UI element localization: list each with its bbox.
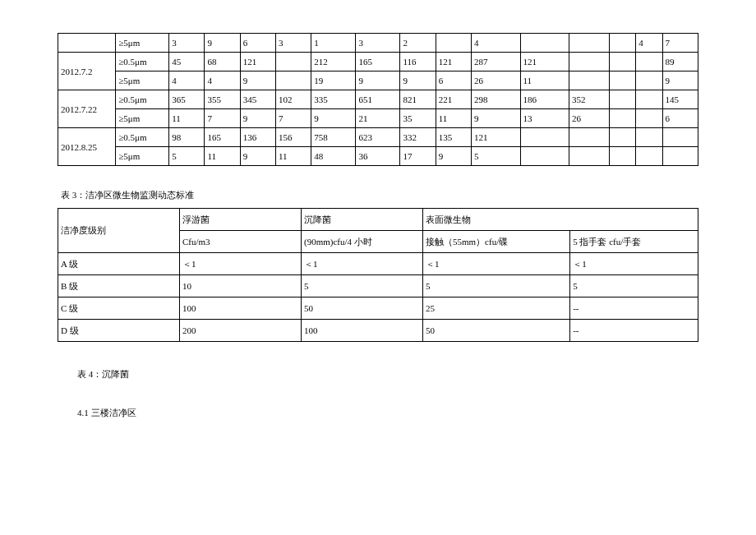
cell: 121 bbox=[436, 53, 471, 71]
cell: 21 bbox=[356, 109, 400, 128]
cell bbox=[636, 147, 662, 166]
cell: 335 bbox=[311, 90, 356, 109]
table-row: ≥5μm 11 7 9 7 9 21 35 11 9 13 26 6 bbox=[58, 109, 698, 128]
cell bbox=[609, 53, 635, 71]
cell: 121 bbox=[520, 53, 569, 71]
cell: 9 bbox=[400, 71, 436, 90]
cell: -- bbox=[570, 320, 698, 342]
cell: 9 bbox=[240, 109, 275, 128]
cell: ＜1 bbox=[302, 253, 423, 275]
table-row: B 级 10 5 5 5 bbox=[58, 275, 698, 297]
cell: 10 bbox=[180, 275, 302, 297]
cell: 4 bbox=[472, 34, 521, 53]
cell: 365 bbox=[169, 90, 205, 109]
cell: 116 bbox=[400, 53, 436, 71]
cell bbox=[636, 53, 662, 71]
cell: 7 bbox=[276, 109, 311, 128]
caption-section41: 4.1 三楼洁净区 bbox=[77, 407, 698, 419]
cell-size: ≥0.5μm bbox=[116, 128, 169, 147]
cell: 355 bbox=[205, 90, 240, 109]
cell bbox=[569, 71, 610, 90]
cell: 2 bbox=[400, 34, 436, 53]
cell: 11 bbox=[276, 147, 311, 166]
cell: 102 bbox=[276, 90, 311, 109]
cell: 287 bbox=[472, 53, 521, 71]
cell: A 级 bbox=[58, 253, 180, 275]
table-row: ≥5μm 3 9 6 3 1 3 2 4 4 7 bbox=[58, 34, 698, 53]
cell-date: 2012.7.2 bbox=[58, 53, 116, 90]
cell: 4 bbox=[169, 71, 205, 90]
cell: 48 bbox=[311, 147, 356, 166]
cell: 68 bbox=[205, 53, 240, 71]
cell: 4 bbox=[205, 71, 240, 90]
cell-size: ≥0.5μm bbox=[116, 53, 169, 71]
cell: 352 bbox=[569, 90, 610, 109]
cell: 98 bbox=[169, 128, 205, 147]
header-cell: 接触（55mm）cfu/碟 bbox=[423, 231, 570, 253]
cell bbox=[609, 34, 635, 53]
cell: 9 bbox=[240, 71, 275, 90]
cell-size: ≥5μm bbox=[116, 71, 169, 90]
cell-date bbox=[58, 34, 116, 53]
cell: 35 bbox=[400, 109, 436, 128]
cell bbox=[569, 128, 610, 147]
cell: 7 bbox=[662, 34, 698, 53]
table-row: 2012.7.22 ≥0.5μm 365 355 345 102 335 651… bbox=[58, 90, 698, 109]
cell: 7 bbox=[205, 109, 240, 128]
cell bbox=[609, 147, 635, 166]
cell bbox=[609, 90, 635, 109]
cell: ＜1 bbox=[570, 253, 698, 275]
cell: 5 bbox=[169, 147, 205, 166]
header-cell: 沉降菌 bbox=[302, 209, 423, 231]
cell: 1 bbox=[311, 34, 356, 53]
table-row: 2012.7.2 ≥0.5μm 45 68 121 212 165 116 12… bbox=[58, 53, 698, 71]
cell: 50 bbox=[302, 297, 423, 320]
cell bbox=[609, 71, 635, 90]
cell: 19 bbox=[311, 71, 356, 90]
cell-size: ≥5μm bbox=[116, 34, 169, 53]
table2-caption: 表 3：洁净区微生物监测动态标准 bbox=[61, 189, 698, 201]
table-row: D 级 200 100 50 -- bbox=[58, 320, 698, 342]
cell: 11 bbox=[436, 109, 471, 128]
cell bbox=[276, 71, 311, 90]
cell: 26 bbox=[569, 109, 610, 128]
header-cell: Cfu/m3 bbox=[180, 231, 302, 253]
cell bbox=[569, 53, 610, 71]
cell bbox=[609, 109, 635, 128]
cell: 156 bbox=[276, 128, 311, 147]
table-particle-data: ≥5μm 3 9 6 3 1 3 2 4 4 7 2012.7.2 ≥0.5μm… bbox=[58, 33, 698, 166]
cell bbox=[520, 128, 569, 147]
cell: 9 bbox=[472, 109, 521, 128]
cell: 100 bbox=[302, 320, 423, 342]
header-cell: 浮游菌 bbox=[180, 209, 302, 231]
cell: 50 bbox=[423, 320, 570, 342]
cell: 345 bbox=[240, 90, 275, 109]
cell bbox=[520, 34, 569, 53]
cell bbox=[662, 147, 698, 166]
cell: 623 bbox=[356, 128, 400, 147]
cell: 3 bbox=[169, 34, 205, 53]
cell: 821 bbox=[400, 90, 436, 109]
cell: 121 bbox=[240, 53, 275, 71]
cell: 4 bbox=[636, 34, 662, 53]
cell bbox=[569, 34, 610, 53]
cell bbox=[636, 128, 662, 147]
cell: 11 bbox=[520, 71, 569, 90]
cell: 17 bbox=[400, 147, 436, 166]
cell: 13 bbox=[520, 109, 569, 128]
cell: 26 bbox=[472, 71, 521, 90]
cell: 136 bbox=[240, 128, 275, 147]
table-row: 2012.8.25 ≥0.5μm 98 165 136 156 758 623 … bbox=[58, 128, 698, 147]
header-cell: (90mm)cfu/4 小时 bbox=[302, 231, 423, 253]
cell: 298 bbox=[472, 90, 521, 109]
table-row: C 级 100 50 25 -- bbox=[58, 297, 698, 320]
header-cell: 表面微生物 bbox=[423, 209, 698, 231]
cell: 6 bbox=[662, 109, 698, 128]
cell: 145 bbox=[662, 90, 698, 109]
cell: 9 bbox=[205, 34, 240, 53]
cell: 3 bbox=[356, 34, 400, 53]
cell: 135 bbox=[436, 128, 471, 147]
cell: 3 bbox=[276, 34, 311, 53]
cell: C 级 bbox=[58, 297, 180, 320]
cell bbox=[636, 71, 662, 90]
